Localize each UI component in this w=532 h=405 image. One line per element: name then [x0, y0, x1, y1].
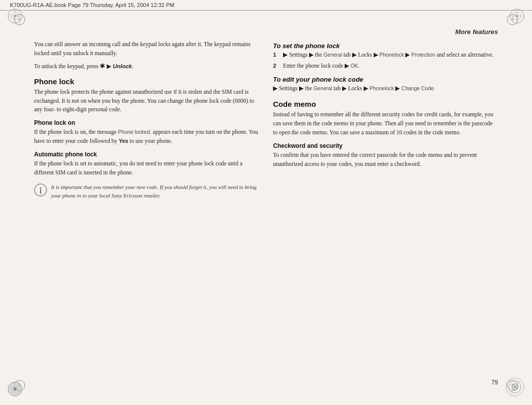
svg-point-18 [40, 187, 42, 189]
phone-lock-on-title: Phone lock on [34, 119, 259, 126]
step1-item1: 1 ▶ Settings ▶ the General tab ▶ Locks ▶… [273, 51, 498, 60]
deco-circle-tr [508, 7, 526, 25]
checkword-body: To confirm that you have entered the cor… [273, 151, 498, 169]
page-number: 79 [491, 379, 498, 386]
step1-title: To set the phone lock [273, 42, 498, 50]
step1-list: 1 ▶ Settings ▶ the General tab ▶ Locks ▶… [273, 51, 498, 71]
svg-point-12 [14, 387, 17, 390]
header-bar: K700UG-R1A-AE.book Page 79 Thursday, Apr… [0, 0, 532, 11]
page: K700UG-R1A-AE.book Page 79 Thursday, Apr… [0, 0, 532, 405]
step2-line: ▶ Settings ▶ the General tab ▶ Locks ▶ P… [273, 84, 498, 93]
code-memo-body: Instead of having to remember all the di… [273, 110, 498, 137]
svg-point-16 [513, 385, 516, 388]
phone-lock-title: Phone lock [34, 77, 259, 86]
deco-circle-br [504, 376, 526, 398]
note-box: It is important that you remember your n… [34, 183, 259, 199]
step2-title: To edit your phone lock code [273, 76, 498, 83]
checkword-title: Checkword and security [273, 142, 498, 149]
phone-lock-on-body: If the phone lock is on, the message Pho… [34, 128, 259, 146]
file-info: K700UG-R1A-AE.book Page 79 Thursday, Apr… [10, 2, 174, 8]
deco-circle-tl [6, 7, 24, 25]
intro-text: You can still answer an incoming call an… [34, 40, 259, 58]
phone-lock-body: The phone lock protects the phone agains… [34, 88, 259, 114]
code-memo-title: Code memo [273, 100, 498, 108]
auto-phone-lock-title: Automatic phone lock [34, 151, 259, 158]
section-heading: More features [455, 28, 498, 36]
deco-circle-bl [6, 380, 24, 398]
content-area: You can still answer an incoming call an… [34, 36, 498, 375]
unlock-line: To unlock the keypad, press ✱ ▶ Unlock. [34, 61, 259, 71]
step1-item2: 2 Enter the phone lock code ▶ OK. [273, 62, 498, 71]
unlock-label: Unlock [113, 63, 132, 69]
info-icon [34, 183, 47, 196]
auto-phone-lock-body: If the phone lock is set to automatic, y… [34, 159, 259, 177]
right-column: To set the phone lock 1 ▶ Settings ▶ the… [273, 36, 498, 375]
note-text: It is important that you remember your n… [51, 183, 259, 199]
left-column: You can still answer an incoming call an… [34, 36, 259, 375]
